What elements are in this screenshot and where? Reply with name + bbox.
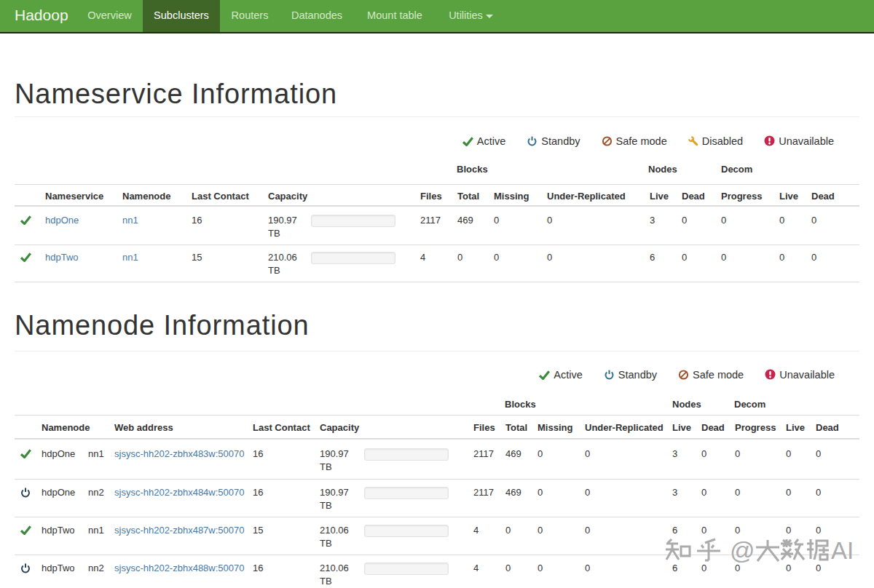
svg-text:AI: AI: [831, 537, 854, 564]
svg-text:@: @: [730, 537, 755, 564]
